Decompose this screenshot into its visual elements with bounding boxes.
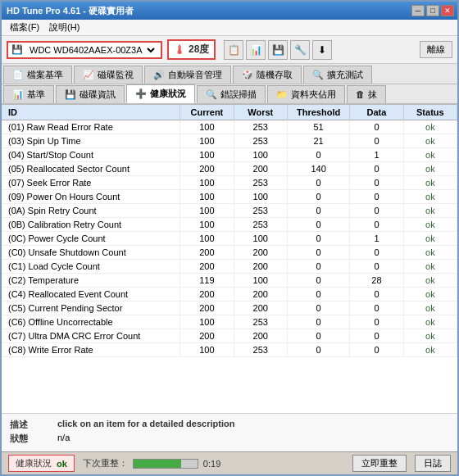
cell-current: 100 <box>180 232 234 246</box>
cell-current: 119 <box>180 274 234 288</box>
tab-error-scan[interactable]: 🔍 錯誤掃描 <box>197 85 266 103</box>
menu-help[interactable]: 說明(H) <box>44 20 84 35</box>
table-row[interactable]: (C8) Write Error Rate 100 253 0 0 ok <box>2 343 457 357</box>
disconnect-button[interactable]: 離線 <box>420 41 452 58</box>
maximize-button[interactable]: □ <box>426 5 439 16</box>
smart-table-container[interactable]: ID Current Worst Threshold Data Status (… <box>2 105 457 413</box>
cell-worst: 200 <box>234 288 287 301</box>
error-scan-icon: 🔍 <box>206 89 217 100</box>
cell-status: ok <box>403 134 457 148</box>
cell-worst: 253 <box>234 204 287 218</box>
cell-data: 0 <box>350 204 403 218</box>
table-row[interactable]: (0C) Power Cycle Count 100 100 0 1 ok <box>2 232 457 246</box>
table-row[interactable]: (C1) Load Cycle Count 200 200 0 0 ok <box>2 260 457 274</box>
toolbar-btn-2[interactable]: 📊 <box>246 40 266 60</box>
cell-worst: 253 <box>234 134 287 148</box>
cell-data: 0 <box>350 343 403 357</box>
window-title: HD Tune Pro 4.61 - 硬碟實用者 <box>7 5 134 17</box>
tab-disk-info[interactable]: 💾 磁碟資訊 <box>56 85 125 103</box>
table-row[interactable]: (05) Reallocated Sector Count 200 200 14… <box>2 162 457 176</box>
drive-dropdown[interactable]: WDC WD6402AAEX-00Z3A (640 gB) <box>26 44 157 56</box>
toolbar-btn-5[interactable]: ⬇ <box>312 40 332 60</box>
table-row[interactable]: (03) Spin Up Time 100 253 21 0 ok <box>2 134 457 148</box>
cell-current: 100 <box>180 176 234 190</box>
cell-threshold: 0 <box>287 232 349 246</box>
main-window: HD Tune Pro 4.61 - 硬碟實用者 ─ □ ✕ 檔案(F) 說明(… <box>0 0 459 476</box>
cell-current: 100 <box>180 343 234 357</box>
tab-benchmark[interactable]: 📊 基準 <box>3 85 54 103</box>
toolbar-btn-3[interactable]: 💾 <box>268 40 288 60</box>
cell-id: (C1) Load Cycle Count <box>2 260 180 274</box>
col-header-data: Data <box>350 105 403 120</box>
cell-worst: 100 <box>234 232 287 246</box>
cell-status: ok <box>403 274 457 288</box>
cell-current: 200 <box>180 329 234 343</box>
drive-selector[interactable]: 💾 WDC WD6402AAEX-00Z3A (640 gB) <box>7 41 162 59</box>
cell-worst: 253 <box>234 315 287 329</box>
cell-current: 100 <box>180 315 234 329</box>
rescan-progress-fill <box>134 460 182 468</box>
state-value: n/a <box>57 433 70 445</box>
table-row[interactable]: (0B) Calibration Retry Count 100 253 0 0… <box>2 218 457 232</box>
tab-disk-monitor[interactable]: 📈 磁碟監視 <box>74 66 143 84</box>
tab-file-benchmark[interactable]: 📄 檔案基準 <box>3 66 72 84</box>
col-header-worst: Worst <box>234 105 287 120</box>
cell-status: ok <box>403 218 457 232</box>
tab-folder-usage[interactable]: 📁 資料夾佔用 <box>267 85 345 103</box>
toolbar-btn-4[interactable]: 🔧 <box>290 40 310 60</box>
temp-value: 28度 <box>189 43 209 57</box>
col-header-status: Status <box>403 105 457 120</box>
tab-random-access[interactable]: 🎲 隨機存取 <box>233 66 302 84</box>
table-row[interactable]: (C2) Temperature 119 100 0 28 ok <box>2 274 457 288</box>
tab-noise-mgmt[interactable]: 🔊 自動噪音管理 <box>144 66 231 84</box>
cell-threshold: 21 <box>287 134 349 148</box>
status-bar: 健康狀況 ok 下次重整： 0:19 立即重整 日誌 <box>2 451 457 474</box>
cell-data: 0 <box>350 288 403 301</box>
cell-current: 200 <box>180 301 234 315</box>
cell-data: 0 <box>350 246 403 260</box>
cell-id: (01) Raw Read Error Rate <box>2 120 180 134</box>
table-row[interactable]: (0A) Spin Retry Count 100 253 0 0 ok <box>2 204 457 218</box>
ext-test-icon: 🔍 <box>312 70 324 80</box>
rescan-label: 下次重整： <box>83 457 128 469</box>
table-row[interactable]: (C7) Ultra DMA CRC Error Count 200 200 0… <box>2 329 457 343</box>
tab-erase[interactable]: 🗑 抹 <box>347 85 386 103</box>
disk-monitor-icon: 📈 <box>83 70 94 80</box>
table-row[interactable]: (C4) Reallocated Event Count 200 200 0 0… <box>2 288 457 301</box>
cell-status: ok <box>403 176 457 190</box>
table-row[interactable]: (09) Power On Hours Count 100 100 0 0 ok <box>2 190 457 204</box>
cell-current: 100 <box>180 218 234 232</box>
cell-data: 0 <box>350 176 403 190</box>
cell-id: (07) Seek Error Rate <box>2 176 180 190</box>
minimize-button[interactable]: ─ <box>411 5 425 16</box>
cell-status: ok <box>403 288 457 301</box>
cell-threshold: 0 <box>287 329 349 343</box>
hdd-icon: 💾 <box>11 44 23 55</box>
cell-id: (C5) Current Pending Sector <box>2 301 180 315</box>
table-row[interactable]: (01) Raw Read Error Rate 100 253 51 0 ok <box>2 120 457 134</box>
cell-status: ok <box>403 260 457 274</box>
immediate-rescan-button[interactable]: 立即重整 <box>352 455 407 472</box>
cell-threshold: 0 <box>287 190 349 204</box>
cell-threshold: 0 <box>287 260 349 274</box>
disk-info-icon: 💾 <box>65 89 76 100</box>
cell-status: ok <box>403 246 457 260</box>
cell-data: 0 <box>350 260 403 274</box>
table-row[interactable]: (C0) Unsafe Shutdown Count 200 200 0 0 o… <box>2 246 457 260</box>
cell-status: ok <box>403 148 457 162</box>
table-row[interactable]: (C5) Current Pending Sector 200 200 0 0 … <box>2 301 457 315</box>
cell-data: 0 <box>350 134 403 148</box>
cell-data: 0 <box>350 301 403 315</box>
table-row[interactable]: (07) Seek Error Rate 100 253 0 0 ok <box>2 176 457 190</box>
close-button[interactable]: ✕ <box>441 5 454 16</box>
table-row[interactable]: (C6) Offline Uncorrectable 100 253 0 0 o… <box>2 315 457 329</box>
cell-id: (C8) Write Error Rate <box>2 343 180 357</box>
table-row[interactable]: (04) Start/Stop Count 100 100 0 1 ok <box>2 148 457 162</box>
tab-ext-test[interactable]: 🔍 擴充測試 <box>303 66 372 84</box>
log-button[interactable]: 日誌 <box>415 455 451 472</box>
tab-health[interactable]: ➕ 健康狀況 <box>126 84 195 103</box>
folder-usage-icon: 📁 <box>276 89 288 100</box>
cell-threshold: 0 <box>287 288 349 301</box>
menu-file[interactable]: 檔案(F) <box>5 20 44 35</box>
toolbar-btn-1[interactable]: 📋 <box>224 40 243 60</box>
